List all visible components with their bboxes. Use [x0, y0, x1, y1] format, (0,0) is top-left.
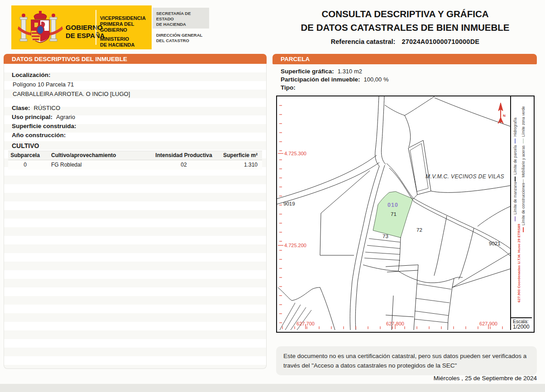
- bottom-strip: [0, 384, 545, 392]
- participacion-field: Participación del inmueble:100,00 %: [281, 76, 388, 83]
- ministerio-label: MINISTERIO DE HACIENDA: [100, 36, 161, 48]
- legend-limite-construcciones: Límite de construcciones: [521, 183, 526, 225]
- localizacion-line2: CARBALLEIRA ARROTEA. O INCIO [LUGO]: [13, 91, 130, 97]
- parcel-label-9021: 9021: [489, 241, 501, 246]
- parcel-label-73: 73: [382, 234, 388, 239]
- cell-cultivo: FG Robledal: [42, 160, 148, 170]
- localizacion-label-text: Localización:: [12, 72, 51, 78]
- cultivo-title-text: CULTIVO: [12, 142, 39, 149]
- uso-field: Uso principal:Agrario: [12, 114, 75, 120]
- legend-limite-parcela: Límite de parcela: [513, 145, 517, 175]
- parcela-line-swatch: [515, 177, 516, 182]
- spain-coat-of-arms-icon: [18, 9, 63, 46]
- superficie-construida-label: Superficie construida:: [12, 123, 76, 129]
- cultivo-table-header: Subparcela Cultivo/aprovechamiento Inten…: [8, 151, 262, 160]
- secretaria-line1: SECRETARÍA DE ESTADO: [156, 11, 206, 22]
- secretaria-box: SECRETARÍA DE ESTADO DE HACIENDA: [153, 8, 209, 29]
- government-line1: GOBIERNO: [66, 24, 105, 32]
- cell-subparcela: 0: [8, 160, 42, 170]
- clase-field: Clase:RÚSTICO: [12, 105, 60, 111]
- clase-label: Clase:: [12, 105, 30, 111]
- cell-superficie: 1.310: [219, 160, 262, 170]
- document-date: Miércoles , 25 de Septiembre de 2024: [317, 375, 537, 382]
- cadastral-map: 4.725.300 4.725.200 627.700 627.800 627.…: [277, 96, 510, 330]
- anio-construccion-field: Año construcción:: [12, 132, 69, 139]
- table-row: 0 FG Robledal 02 1.310: [8, 160, 262, 170]
- cadastral-map-frame: 4.725.300 4.725.200 627.700 627.800 627.…: [276, 96, 535, 333]
- scale-value: 1/2000: [513, 324, 532, 330]
- superficie-construida-field: Superficie construida:: [12, 123, 80, 129]
- referencia-value: 27024A010000710000DE: [402, 38, 479, 45]
- tipo-field: Tipo:: [281, 84, 299, 91]
- parcel-label-72: 72: [416, 227, 422, 233]
- legend-line-parcela-hidrografia: Límite de parcela Hidrografía: [513, 118, 517, 182]
- title-line2: DE DATOS CATASTRALES DE BIEN INMUEBLE: [273, 21, 537, 34]
- referencia-label: Referencia catastral:: [331, 38, 396, 45]
- referencia-catastral: Referencia catastral:27024A010000710000D…: [273, 38, 537, 45]
- legend-line-mobiliario-zonaverde: Mobiliario y aceras Límite zona verde: [521, 106, 526, 184]
- parcel-label-71: 71: [391, 211, 397, 217]
- superficie-grafica-field: Superficie gráfica:1.310 m2: [281, 68, 362, 75]
- vicepresidencia-line2: PRIMERA DEL GOBIERNO: [100, 21, 161, 33]
- coord-label-y-top: 4.725.300: [284, 151, 306, 156]
- anio-construccion-label: Año construcción:: [12, 132, 66, 139]
- coord-label-y-bottom: 4.725.200: [284, 243, 306, 248]
- cadastral-document: GOBIERNO DE ESPAÑA VICEPRESIDENCIA PRIME…: [0, 0, 545, 392]
- coord-label-x-right: 627.900: [479, 321, 497, 326]
- superficie-grafica-label: Superficie gráfica:: [281, 68, 334, 75]
- legend-line-manzana: Límite de manzana: [513, 182, 517, 221]
- cultivo-title: CULTIVO: [12, 142, 39, 149]
- direccion-line1: DIRECCIÓN GENERAL: [156, 33, 202, 38]
- localizacion-label: Localización:: [12, 72, 51, 78]
- tipo-label: Tipo:: [281, 84, 296, 91]
- north-arrow-label: N: [503, 114, 506, 118]
- disclaimer-box: Este documento no es una certificación c…: [276, 346, 537, 375]
- section-header-datos-descriptivos: DATOS DESCRIPTIVOS DEL INMUEBLE: [4, 54, 267, 64]
- parcel-label-010: 010: [387, 202, 398, 208]
- legend-mobiliario: Mobiliario y aceras: [521, 145, 526, 177]
- participacion-label: Participación del inmueble:: [281, 76, 360, 83]
- title-line1: CONSULTA DESCRIPTIVA Y GRÁFICA: [273, 7, 537, 21]
- ministerio-line2: DE HACIENDA: [100, 42, 161, 48]
- logo-divider: [96, 10, 96, 45]
- hidrografia-line-swatch: [515, 139, 516, 143]
- cadastral-map-svg: 4.725.300 4.725.200 627.700 627.800 627.…: [277, 96, 510, 330]
- cell-intensidad: 02: [148, 160, 219, 170]
- manzana-line-swatch: [515, 216, 516, 221]
- vicepresidencia-label: VICEPRESIDENCIA PRIMERA DEL GOBIERNO: [100, 15, 161, 33]
- zona-verde-line-swatch: [523, 139, 524, 143]
- legend-hidrografia: Hidrografía: [513, 118, 517, 137]
- localizacion-line1: Polígono 10 Parcela 71: [13, 81, 74, 88]
- clase-value: RÚSTICO: [34, 105, 61, 111]
- col-superficie: Superficie m²: [219, 151, 262, 160]
- government-name: GOBIERNO DE ESPAÑA: [66, 24, 105, 40]
- secretaria-line2: DE HACIENDA: [156, 22, 206, 27]
- col-subparcela: Subparcela: [8, 151, 42, 160]
- section-header-parcela: PARCELA: [272, 54, 537, 64]
- government-logo-block: GOBIERNO DE ESPAÑA VICEPRESIDENCIA PRIME…: [11, 5, 152, 49]
- direccion-line2: DEL CATASTRO: [156, 38, 202, 43]
- uso-value: Agrario: [56, 114, 75, 120]
- map-legend-strip: Límite de parcela Hidrografía Mobiliario…: [510, 96, 532, 330]
- coord-label-x-left: 627.700: [296, 321, 315, 326]
- construcciones-line-swatch: [523, 227, 524, 232]
- scale-box: Escala: 1/2000: [511, 317, 532, 330]
- ministerio-line1: MINISTERIO: [100, 36, 161, 42]
- government-line2: DE ESPAÑA: [66, 32, 105, 40]
- document-title: CONSULTA DESCRIPTIVA Y GRÁFICA DE DATOS …: [273, 7, 537, 34]
- utm-coordinates-note: 627.900 Coordenadas U.T.M. Huso 29 ETRS8…: [517, 224, 521, 302]
- vicepresidencia-line1: VICEPRESIDENCIA: [100, 15, 161, 21]
- col-cultivo: Cultivo/aprovechamiento: [42, 151, 148, 160]
- col-intensidad: Intensidad Productiva: [148, 151, 219, 160]
- legend-zona-verde: Límite zona verde: [521, 106, 526, 137]
- legend-line-construcciones: Límite de construcciones: [521, 183, 526, 232]
- direccion-box: DIRECCIÓN GENERAL DEL CATASTRO: [156, 33, 202, 43]
- north-arrow-icon: N: [498, 103, 506, 124]
- coord-label-x-mid: 627.800: [386, 321, 404, 326]
- legend-limite-manzana: Límite de manzana: [513, 182, 517, 215]
- cultivo-table: Subparcela Cultivo/aprovechamiento Inten…: [8, 151, 262, 170]
- parcel-label-9019: 9019: [283, 201, 295, 206]
- participacion-value: 100,00 %: [364, 76, 389, 83]
- uso-label: Uso principal:: [12, 114, 53, 120]
- superficie-grafica-value: 1.310 m2: [338, 68, 362, 75]
